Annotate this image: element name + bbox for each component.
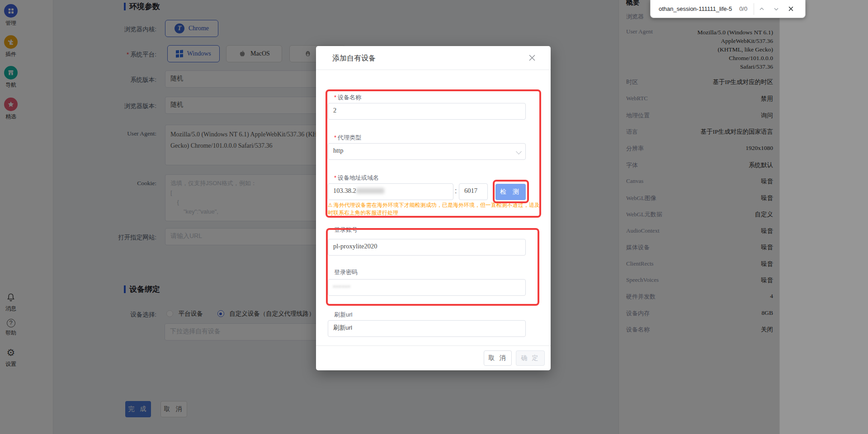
modal-header-divider	[316, 70, 551, 70]
login-password-label: 登录密码	[334, 268, 358, 276]
modal-title: 添加自有设备	[332, 54, 376, 63]
close-icon	[788, 5, 794, 12]
modal-cancel-button[interactable]: 取 消	[484, 350, 512, 366]
proxy-warning-text: ⚠海外代理设备需在海外环境下才能检测成功，已是海外环境，但一直检测不通过，请及时…	[328, 201, 542, 217]
address-port-separator: :	[455, 187, 457, 195]
find-query-input[interactable]: othan_session-111111_life-5	[659, 5, 732, 12]
detect-button[interactable]: 检 测	[495, 184, 526, 200]
device-port-input[interactable]: 6017	[459, 183, 488, 200]
login-password-input[interactable]: ••••••	[328, 279, 526, 296]
required-mark: *	[334, 174, 336, 181]
proxy-type-select[interactable]: http	[328, 143, 526, 160]
chevron-down-icon	[516, 149, 522, 154]
required-mark: *	[334, 94, 336, 101]
find-previous-button[interactable]	[755, 2, 769, 16]
login-account-input[interactable]: pl-proxylite2020	[328, 239, 526, 256]
device-name-label: *设备名称	[334, 93, 361, 102]
add-own-device-modal: 添加自有设备 *设备名称 2 *代理类型 http *设备地址或域名 103.3…	[316, 46, 551, 370]
find-match-count: 0/0	[739, 5, 747, 12]
right-gutter	[779, 0, 868, 434]
chevron-down-icon	[773, 6, 779, 12]
device-address-label: *设备地址或域名	[334, 174, 379, 182]
find-close-button[interactable]	[784, 2, 797, 16]
find-bar-divider	[754, 3, 754, 15]
modal-footer-divider	[316, 345, 551, 346]
find-in-page-bar: othan_session-111111_life-5 0/0	[650, 0, 806, 18]
login-account-label: 登录账号	[334, 226, 358, 234]
warning-triangle-icon: ⚠	[328, 202, 333, 208]
refresh-url-label: 刷新url	[334, 311, 352, 319]
modal-confirm-button[interactable]: 确 定	[516, 350, 545, 366]
app-window: 管理 插件 导航 精选 消息 ? 帮助	[0, 0, 868, 434]
modal-close-icon[interactable]	[528, 53, 538, 63]
proxy-type-label: *代理类型	[334, 134, 361, 142]
refresh-url-input[interactable]: 刷新url	[328, 320, 526, 337]
chevron-up-icon	[759, 6, 765, 12]
masked-password: ••••••	[333, 283, 351, 290]
required-mark: *	[334, 134, 336, 141]
device-address-input[interactable]: 103.38.2	[328, 183, 453, 200]
redacted-ip-segment	[356, 188, 384, 194]
find-next-button[interactable]	[769, 2, 783, 16]
device-name-input[interactable]: 2	[328, 103, 526, 120]
